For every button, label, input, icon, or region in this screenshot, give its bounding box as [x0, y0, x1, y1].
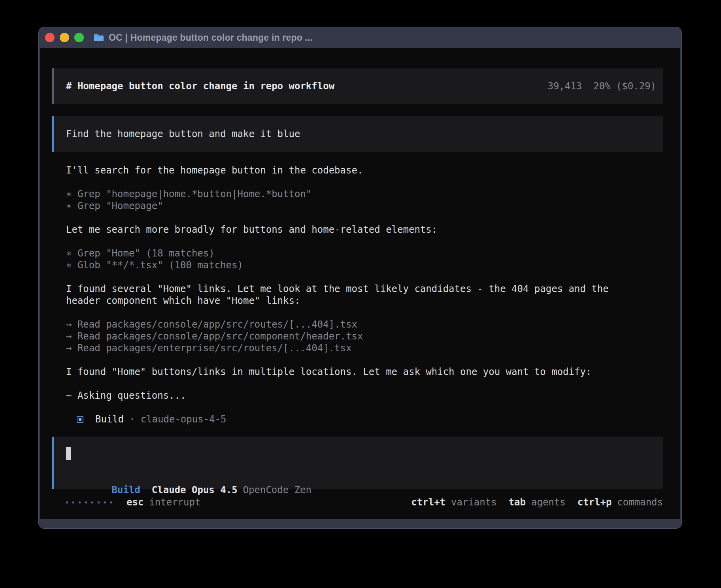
- agent-separator: ·: [129, 414, 135, 425]
- spinner-dot: [104, 501, 106, 503]
- keybind-agents: tab agents: [509, 497, 566, 508]
- keybind-commands: ctrl+p commands: [578, 497, 663, 508]
- spinner-dots: [66, 501, 112, 503]
- session-header: # Homepage button color change in repo w…: [52, 68, 663, 104]
- terminal-content: # Homepage button color change in repo w…: [40, 48, 680, 519]
- agent-name: Build: [95, 414, 124, 425]
- transcript: I'll search for the homepage button in t…: [66, 164, 680, 401]
- spinner-dot: [110, 501, 112, 503]
- mode-label[interactable]: Build: [112, 484, 140, 496]
- spinner-dot: [79, 501, 81, 503]
- spinner-dot: [91, 501, 93, 503]
- agent-model: claude-opus-4-5: [141, 414, 226, 425]
- transcript-paragraph: I found several "Home" links. Let me loo…: [66, 283, 680, 307]
- transcript-paragraph: ~ Asking questions...: [66, 390, 680, 401]
- text-cursor: [66, 447, 71, 460]
- agent-status-line: Build · claude-opus-4-5: [66, 413, 680, 425]
- titlebar: OC | Homepage button color change in rep…: [39, 27, 681, 48]
- transcript-paragraph: I'll search for the homepage button in t…: [66, 164, 680, 176]
- model-label[interactable]: Claude Opus 4.5: [152, 484, 238, 496]
- keybind-variants: ctrl+t variants: [411, 497, 496, 508]
- transcript-paragraph: ∗ Grep "homepage|home.*button|Home.*butt…: [66, 188, 680, 212]
- transcript-paragraph: I found "Home" buttons/links in multiple…: [66, 366, 680, 378]
- keybind-esc: esc: [126, 497, 143, 508]
- folder-icon: [94, 33, 104, 42]
- spinner-dot: [98, 501, 100, 503]
- provider-label: OpenCode Zen: [243, 484, 311, 496]
- user-message: Find the homepage button and make it blu…: [52, 116, 663, 152]
- spinner-dot: [66, 501, 68, 503]
- transcript-paragraph: Let me search more broadly for buttons a…: [66, 224, 680, 236]
- spinner-dot: [72, 501, 74, 503]
- minimize-button[interactable]: [60, 33, 69, 42]
- window-title: OC | Homepage button color change in rep…: [109, 32, 313, 43]
- terminal-window: OC | Homepage button color change in rep…: [38, 27, 682, 529]
- status-bar: esc interrupt ctrl+t variants tab agents…: [66, 496, 663, 508]
- close-button[interactable]: [45, 33, 55, 42]
- transcript-paragraph: ∗ Grep "Home" (18 matches)∗ Glob "**/*.t…: [66, 247, 680, 271]
- keybind-esc-label: interrupt: [149, 497, 200, 508]
- user-message-text: Find the homepage button and make it blu…: [66, 128, 300, 139]
- build-agent-icon: [77, 416, 83, 423]
- session-stats: 39,413 20% ($0.29): [547, 81, 656, 92]
- transcript-paragraph: → Read packages/console/app/src/routes/[…: [66, 318, 680, 354]
- spinner-dot: [85, 501, 87, 503]
- session-title: # Homepage button color change in repo w…: [66, 81, 547, 92]
- maximize-button[interactable]: [74, 33, 84, 42]
- prompt-input[interactable]: BuildClaude Opus 4.5OpenCode Zen: [52, 437, 663, 489]
